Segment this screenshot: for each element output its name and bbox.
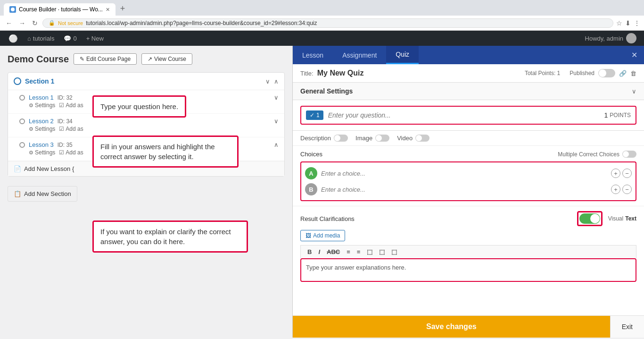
panel-close-button[interactable]: ✕ <box>625 46 644 64</box>
align-left-button[interactable]: ⬚ <box>364 247 375 256</box>
image-switch[interactable] <box>375 135 389 142</box>
add-new-section-button[interactable]: 📋 Add New Section <box>8 186 77 202</box>
lesson-title-2[interactable]: Lesson 2 <box>29 118 54 125</box>
settings-chevron-icon[interactable]: ∨ <box>632 88 636 95</box>
add-choice-b-button[interactable]: + <box>611 185 620 194</box>
question-number: 1 <box>316 112 320 119</box>
tab-assignment[interactable]: Assignment <box>333 47 386 64</box>
choice-badge-b: B <box>305 183 317 195</box>
lesson-title-1[interactable]: Lesson 1 <box>29 94 54 101</box>
right-panel-scroll[interactable]: General Settings ∨ ✓ 1 1 POINTS <box>293 83 644 315</box>
link-icon[interactable]: 🔗 <box>619 70 627 77</box>
lesson-add-as-link-1[interactable]: ☑ Add as <box>59 102 83 109</box>
image-toggle[interactable]: Image <box>355 135 389 142</box>
lesson-radio-3[interactable] <box>19 142 25 148</box>
forward-button[interactable]: → <box>17 18 27 28</box>
menu-icon[interactable]: ⋮ <box>634 19 640 27</box>
lesson-add-as-link-2[interactable]: ☑ Add as <box>59 126 83 132</box>
video-toggle[interactable]: Video <box>397 135 429 142</box>
lesson-expand-2[interactable]: ∨ <box>274 118 279 125</box>
lesson-row-2: Lesson 2 ID: 34 ∨ <box>19 118 279 125</box>
lesson-settings-link-1[interactable]: ⚙ Settings <box>29 102 55 109</box>
lesson-actions-2: ⚙ Settings ☑ Add as <box>19 125 279 135</box>
result-toggle-box <box>577 211 603 226</box>
exit-button[interactable]: Exit <box>610 316 644 338</box>
lesson-radio-1[interactable] <box>19 95 25 101</box>
comment-icon: 💬 <box>64 35 71 42</box>
result-toggle-switch[interactable] <box>579 213 600 224</box>
lesson-title-3[interactable]: Lesson 3 <box>29 141 54 148</box>
tab-quiz[interactable]: Quiz <box>386 46 419 64</box>
howdy-text: Howdy, admin <box>585 35 623 42</box>
lesson-expand-1[interactable]: ∨ <box>274 94 279 101</box>
new-content-label: + New <box>86 35 104 42</box>
toggle-knob <box>599 69 606 77</box>
address-bar[interactable]: 🔒 Not secure tutorials.local/wp-admin/ad… <box>42 18 613 28</box>
comments-item[interactable]: 💬 0 <box>59 31 81 46</box>
remove-choice-b-button[interactable]: − <box>622 185 632 194</box>
checkmark-icon: ✓ <box>310 112 314 119</box>
left-panel: Demo Course ✎ Edit Course Page ↗ View Co… <box>0 46 292 338</box>
main-content: Demo Course ✎ Edit Course Page ↗ View Co… <box>0 46 644 338</box>
add-choice-a-button[interactable]: + <box>611 169 620 178</box>
lesson-add-as-link-3[interactable]: ☑ Add as <box>59 149 83 156</box>
multiple-correct-switch[interactable] <box>622 151 636 158</box>
choices-box: A + − B + − <box>300 161 636 201</box>
image-knob <box>376 135 382 141</box>
lesson-id-2: ID: 34 <box>58 118 73 125</box>
close-tab-button[interactable]: ✕ <box>106 7 110 13</box>
back-button[interactable]: ← <box>4 18 14 28</box>
result-header: Result Clarifications Visual Text <box>300 211 636 226</box>
align-center-button[interactable]: ⬚ <box>376 247 388 256</box>
site-name-item[interactable]: ⌂ tutorials <box>23 31 59 46</box>
save-changes-button[interactable]: Save changes <box>293 316 610 338</box>
italic-button[interactable]: I <box>315 247 323 256</box>
annotation-question-text: Type your question here. <box>100 102 178 110</box>
lesson-radio-2[interactable] <box>19 119 25 124</box>
section-expand-icon[interactable]: ∧ <box>274 78 279 85</box>
settings-label-2: Settings <box>35 126 55 132</box>
tab-lesson[interactable]: Lesson <box>293 47 333 64</box>
reload-button[interactable]: ↻ <box>30 18 40 28</box>
bookmark-icon[interactable]: ☆ <box>616 19 622 27</box>
choice-input-b[interactable] <box>321 186 607 193</box>
question-input[interactable] <box>328 111 600 119</box>
remove-choice-a-button[interactable]: − <box>622 169 632 178</box>
view-course-button[interactable]: ↗ View Course <box>141 53 192 65</box>
bold-button[interactable]: B <box>305 247 314 256</box>
question-badge: ✓ 1 <box>306 110 323 120</box>
align-right-button[interactable]: ⬚ <box>388 247 400 256</box>
video-switch[interactable] <box>415 135 429 142</box>
lesson-expand-3[interactable]: ∧ <box>274 141 279 148</box>
edit-course-button[interactable]: ✎ Edit Course Page <box>74 53 137 65</box>
total-points-label: Total Points: 1 <box>525 70 560 76</box>
published-toggle[interactable] <box>598 69 615 77</box>
question-row: ✓ 1 1 POINTS <box>300 106 636 125</box>
total-points-text: Total Points: <box>525 70 555 76</box>
description-switch[interactable] <box>334 135 348 142</box>
gear-icon-1: ⚙ <box>29 102 33 109</box>
visual-tab[interactable]: Visual <box>608 215 623 222</box>
unordered-list-button[interactable]: ≡ <box>344 247 353 256</box>
choice-input-a[interactable] <box>321 170 607 177</box>
section-header: Section 1 ∨ ∧ <box>8 73 284 90</box>
text-tab[interactable]: Text <box>625 215 636 222</box>
new-content-item[interactable]: + New <box>82 31 108 46</box>
section-controls: ∨ ∧ <box>265 78 279 85</box>
lesson-settings-link-2[interactable]: ⚙ Settings <box>29 126 55 132</box>
ordered-list-button[interactable]: ≡ <box>354 247 363 256</box>
section-collapse-icon[interactable]: ∨ <box>265 78 270 85</box>
trash-icon[interactable]: 🗑 <box>630 70 636 77</box>
download-icon[interactable]: ⬇ <box>625 19 631 27</box>
lesson-settings-link-3[interactable]: ⚙ Settings <box>29 149 55 156</box>
browser-tab[interactable]: Course Builder · tutorials — Wo... ✕ <box>4 3 116 16</box>
description-toggle[interactable]: Description <box>300 135 348 142</box>
add-media-button[interactable]: 🖼 Add media <box>300 230 345 241</box>
wp-logo-item[interactable]: ⚪ <box>4 31 23 46</box>
favicon <box>9 6 16 13</box>
result-toggle-knob <box>590 214 600 223</box>
strikethrough-button[interactable]: ABC <box>324 247 343 256</box>
lesson-id-3: ID: 35 <box>58 142 73 148</box>
new-tab-button[interactable]: + <box>116 2 129 16</box>
question-area: ✓ 1 1 POINTS <box>293 100 644 131</box>
